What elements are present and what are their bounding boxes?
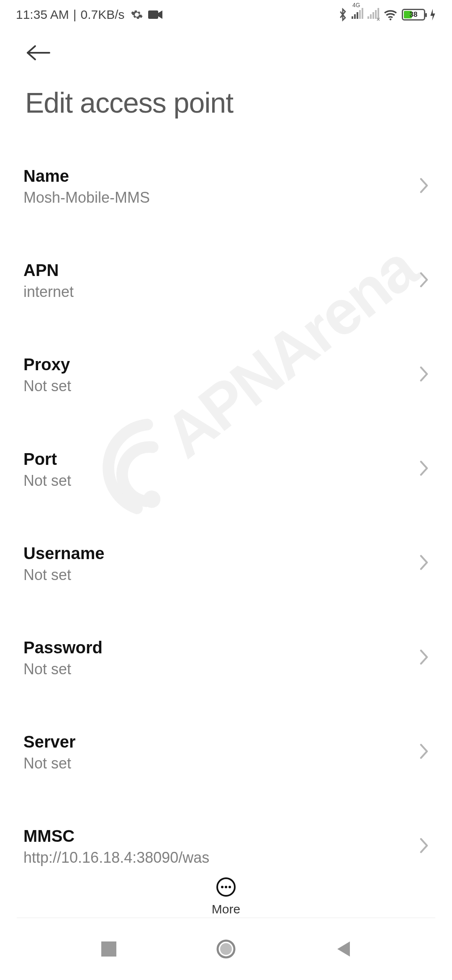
gear-icon — [131, 8, 143, 21]
more-label: More — [212, 902, 240, 916]
setting-label: MMSC — [23, 826, 410, 846]
setting-label: Password — [23, 637, 410, 658]
setting-row-username[interactable]: Username Not set — [0, 530, 452, 597]
nav-recent-button[interactable] — [92, 932, 126, 966]
chevron-right-icon — [419, 271, 429, 290]
setting-row-server[interactable]: Server Not set — [0, 718, 452, 786]
nav-back-button[interactable] — [326, 932, 360, 966]
setting-row-mmsc[interactable]: MMSC http://10.16.18.4:38090/was — [0, 812, 452, 880]
svg-rect-8 — [101, 941, 116, 957]
svg-rect-1 — [148, 10, 158, 19]
setting-label: APN — [23, 260, 410, 280]
setting-label: Name — [23, 166, 410, 186]
svg-point-6 — [225, 886, 227, 888]
chevron-right-icon — [419, 649, 429, 667]
setting-row-proxy[interactable]: Proxy Not set — [0, 341, 452, 408]
bluetooth-icon — [338, 8, 347, 21]
arrow-left-icon — [25, 44, 52, 62]
status-separator: | — [73, 8, 77, 22]
setting-label: Username — [23, 543, 410, 563]
back-button[interactable] — [25, 36, 59, 70]
setting-value: Mosh-Mobile-MMS — [23, 188, 410, 206]
svg-point-2 — [390, 18, 391, 20]
setting-row-name[interactable]: Name Mosh-Mobile-MMS — [0, 152, 452, 220]
chevron-right-icon — [419, 177, 429, 196]
more-button[interactable]: More — [212, 877, 240, 916]
square-icon — [101, 941, 116, 957]
setting-row-password[interactable]: Password Not set — [0, 624, 452, 691]
setting-value: Not set — [23, 660, 410, 678]
settings-list: Name Mosh-Mobile-MMS APN internet Proxy … — [0, 123, 452, 975]
setting-value: http://10.16.18.4:38090/was — [23, 848, 410, 867]
setting-value: internet — [23, 283, 410, 301]
setting-value: Not set — [23, 754, 410, 772]
setting-row-apn[interactable]: APN internet — [0, 247, 452, 314]
triangle-left-icon — [336, 941, 351, 957]
battery-icon: 38 — [402, 9, 425, 21]
more-icon — [216, 877, 236, 897]
chevron-right-icon — [419, 366, 429, 384]
chevron-right-icon — [419, 743, 429, 761]
nav-home-button[interactable] — [209, 932, 243, 966]
status-time: 11:35 AM — [16, 8, 69, 22]
signal-sim2: × — [367, 8, 379, 22]
setting-label: Proxy — [23, 354, 410, 374]
setting-value: Not set — [23, 566, 410, 584]
chevron-right-icon — [419, 554, 429, 573]
charging-icon — [429, 9, 436, 21]
page-title: Edit access point — [25, 86, 436, 119]
wifi-icon — [383, 9, 398, 21]
signal-sim1: 4G — [352, 8, 363, 22]
setting-label: Server — [23, 732, 410, 752]
svg-point-10 — [220, 943, 232, 955]
camera-icon — [148, 10, 162, 20]
header: Edit access point — [0, 29, 452, 123]
svg-point-7 — [229, 886, 231, 888]
chevron-right-icon — [419, 460, 429, 478]
status-bar: 11:35 AM | 0.7KB/s 4G × 38 — [0, 0, 452, 29]
chevron-right-icon — [419, 837, 429, 856]
bottom-action-bar: More — [0, 873, 452, 916]
circle-icon — [216, 939, 236, 959]
status-data-rate: 0.7KB/s — [81, 8, 125, 22]
setting-row-port[interactable]: Port Not set — [0, 436, 452, 503]
setting-value: Not set — [23, 472, 410, 490]
setting-value: Not set — [23, 377, 410, 395]
system-nav-bar — [0, 918, 452, 980]
setting-label: Port — [23, 449, 410, 469]
svg-point-5 — [221, 886, 223, 888]
